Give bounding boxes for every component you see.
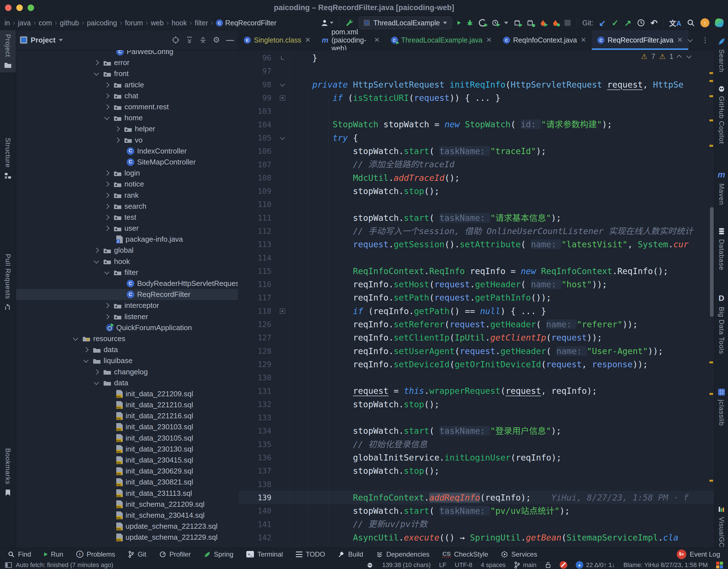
chevron-right-icon[interactable] [115,126,120,131]
tree-row[interactable]: SQLinit_data_230105.sql [16,433,238,444]
code-line[interactable]: 105 try { [238,131,714,144]
breadcrumb-item[interactable]: forum [125,19,143,27]
tree-row[interactable]: changelog [16,366,238,377]
status-item[interactable]: LF [439,561,446,569]
project-panel-title[interactable]: Project [20,36,63,44]
status-item[interactable]: UTF-8 [455,561,472,569]
code-line[interactable]: 140 stopWatch.start( taskName: "pv/uv站点统… [238,504,714,517]
sidebar-item-visualgc[interactable]: VisualGC [714,506,728,548]
rollback-icon[interactable]: ↶ [651,18,658,28]
code-line[interactable]: 135 // 初始化登录信息 [238,438,714,451]
breadcrumb-item[interactable]: github [60,19,79,27]
chevron-right-icon[interactable] [104,215,109,220]
update-available-icon[interactable]: ↑ [700,18,709,27]
chevron-right-icon[interactable] [104,193,109,198]
tree-row[interactable]: SQLinit_data_230103.sql [16,421,238,432]
code-line[interactable]: 99+ if (isStaticURI(request)) { ... } [238,91,714,104]
status-item[interactable] [545,562,551,568]
fold-gutter[interactable] [276,78,289,91]
tree-row[interactable]: search [16,201,238,212]
tree-row[interactable]: listener [16,311,238,322]
tree-row[interactable]: CSiteMapController [16,157,238,168]
sidebar-item-jclasslib[interactable]: jclasslib [714,389,728,426]
tree-row[interactable]: user [16,223,238,234]
sidebar-item-pull-requests[interactable]: Pull Requests [0,250,16,315]
tree-row[interactable]: data [16,378,238,389]
fold-open-icon[interactable] [280,81,285,86]
tree-row[interactable]: comment.rest [16,101,238,112]
close-icon[interactable]: ✕ [580,36,586,44]
chevron-down-icon[interactable] [687,37,693,42]
minimize-window-icon[interactable] [16,5,23,11]
status-item[interactable]: Blame: YiHui 8/27/23, 1:58 PM [623,561,708,569]
code-line[interactable]: 142 AsyncUtil.execute(() → SpringUtil.ge… [238,531,714,544]
tool-button-services[interactable]: Services [501,550,537,558]
code-line[interactable]: 139 ReqInfoContext.addReqInfo(reqInfo); … [238,491,714,504]
tree-row[interactable]: SQLinit_data_231113.sql [16,488,238,499]
next-warning-icon[interactable] [686,53,691,58]
code-line[interactable]: 132 stopWatch.stop(); [238,398,714,411]
search-icon[interactable] [687,19,695,27]
status-item[interactable] [560,561,567,569]
hide-icon[interactable]: — [226,35,234,44]
tab-reqinfocontext-java[interactable]: CReqInfoContext.java✕ [497,30,592,50]
tree-row[interactable]: SQLupdate_schema_221229.sql [16,532,238,543]
tree-row[interactable]: helper [16,123,238,134]
tree-row[interactable]: SQLupdate_schema_221223.sql [16,521,238,532]
inspections-widget[interactable]: ⚠7 ⚠1 [641,52,693,61]
tree-row[interactable]: vo [16,135,238,146]
close-icon[interactable]: ✕ [486,36,492,44]
tool-button-run[interactable]: Run [44,550,63,558]
tool-button-spring[interactable]: Spring [204,550,233,558]
tool-button-build[interactable]: Build [338,550,363,558]
code-line[interactable]: 110 [238,198,714,211]
chevron-down-icon[interactable] [104,115,109,120]
tree-row[interactable]: CBodyReaderHttpServletRequestW [16,278,238,289]
kebab-menu-icon[interactable]: ⋮ [702,36,709,44]
code-line[interactable]: 106 stopWatch.start( taskName: "traceId"… [238,144,714,158]
tree-row[interactable]: data [16,344,238,355]
tool-button-dependencies[interactable]: Dependencies [376,550,429,558]
tree-row[interactable]: hook [16,256,238,267]
chevron-down-icon[interactable] [94,258,99,263]
flame-debug-icon[interactable] [552,19,559,26]
code-line[interactable]: 97 [238,64,714,78]
gear-icon[interactable]: ⚙ [213,36,220,44]
tree-row[interactable]: SQLinit_data_230130.sql [16,444,238,455]
code-line[interactable]: 108 MdcUtil.addTraceId(); [238,171,714,184]
prev-warning-icon[interactable] [676,55,682,60]
chevron-right-icon[interactable] [104,225,109,231]
code-line[interactable]: 114 [238,251,714,264]
breadcrumb-item[interactable]: paicoding [87,19,117,27]
tree-row[interactable]: SQLinit_data_221210.sql [16,400,238,411]
tree-row[interactable]: notice [16,178,238,189]
code-line[interactable]: 117 reqInfo.setPath(request.getPathInfo(… [238,291,714,304]
chevron-right-icon[interactable] [104,303,109,308]
tree-row[interactable]: global [16,245,238,256]
close-icon[interactable]: ✕ [374,36,380,44]
status-item[interactable] [716,562,723,568]
tree-row-selected[interactable]: CReqRecordFilter [16,289,238,300]
tab-pom-xml-paicoding-web-[interactable]: mpom.xml (paicoding-web)✕ [316,30,385,50]
tree-row[interactable]: SQLinit_data_221209.sql [16,389,238,400]
code-line[interactable]: 126 reqInfo.setReferer(request.getHeader… [238,318,714,331]
tree-row[interactable]: Jpackage-info.java [16,234,238,245]
fold-gutter[interactable]: + [276,91,289,104]
close-icon[interactable]: ✕ [677,36,683,44]
debug-profiler-icon[interactable] [527,19,534,26]
code-line[interactable]: 115 ReqInfoContext.ReqInfo reqInfo = new… [238,264,714,278]
tab-threadlocalexample-java[interactable]: CThreadLocalExample.java✕ [385,30,497,50]
tree-row[interactable]: rank [16,189,238,200]
fold-gutter[interactable]: + [276,305,289,318]
code-line[interactable]: 113 request.getSession().setAttribute( n… [238,238,714,251]
sidebar-item-big-data-tools[interactable]: DBig Data Tools [714,294,728,354]
chevron-down-icon[interactable] [94,380,99,385]
fold-closed-icon[interactable]: + [280,309,285,314]
run-configuration-select[interactable]: ThreadLocalExample [359,17,452,29]
code-line[interactable]: 116 reqInfo.setHost(request.getHeader( n… [238,278,714,291]
close-window-icon[interactable] [5,5,12,11]
tool-button-problems[interactable]: !Problems [76,550,115,558]
coverage-icon[interactable] [479,19,486,26]
tree-row[interactable]: QuickForumApplication [16,322,238,333]
push-icon[interactable]: ↗ [624,18,631,28]
